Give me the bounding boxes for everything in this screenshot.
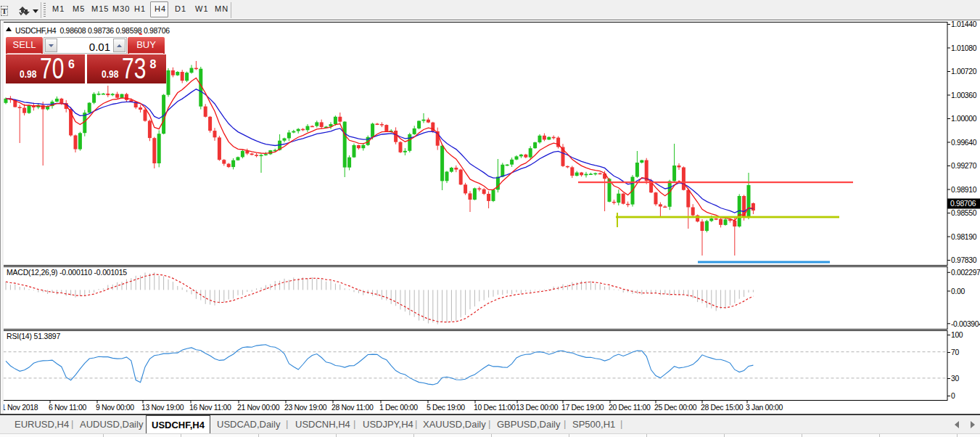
svg-text:0.002297: 0.002297 bbox=[951, 269, 980, 277]
svg-text:100: 100 bbox=[951, 331, 963, 339]
svg-text:0.98190: 0.98190 bbox=[951, 233, 977, 241]
svg-text:13 Nov 19:00: 13 Nov 19:00 bbox=[141, 403, 184, 412]
svg-text:1.01440: 1.01440 bbox=[951, 20, 977, 28]
svg-text:0.98706: 0.98706 bbox=[950, 200, 976, 208]
svg-text:20 Dec 11:00: 20 Dec 11:00 bbox=[609, 403, 651, 412]
svg-text:1 Nov 2018: 1 Nov 2018 bbox=[1, 403, 38, 412]
svg-text:9 Nov 00:00: 9 Nov 00:00 bbox=[96, 403, 134, 412]
svg-text:17 Dec 19:00: 17 Dec 19:00 bbox=[561, 403, 604, 412]
svg-text:0.99640: 0.99640 bbox=[951, 139, 977, 147]
svg-text:1.01080: 1.01080 bbox=[951, 44, 977, 52]
svg-text:5 Dec 19:00: 5 Dec 19:00 bbox=[427, 403, 465, 412]
svg-text:28 Nov 11:00: 28 Nov 11:00 bbox=[332, 403, 374, 412]
svg-text:0.99270: 0.99270 bbox=[951, 162, 977, 170]
svg-text:MACD(12,26,9) -0.000110 -0.001: MACD(12,26,9) -0.000110 -0.001015 bbox=[7, 268, 127, 277]
svg-text:70: 70 bbox=[951, 348, 959, 356]
svg-text:-0.003904: -0.003904 bbox=[951, 320, 980, 328]
svg-text:3 Jan 00:00: 3 Jan 00:00 bbox=[746, 403, 783, 412]
svg-text:28 Dec 15:00: 28 Dec 15:00 bbox=[701, 403, 744, 412]
svg-text:0: 0 bbox=[951, 392, 955, 400]
svg-text:0.98550: 0.98550 bbox=[951, 209, 977, 217]
svg-text:1.00720: 1.00720 bbox=[951, 68, 977, 75]
svg-text:0.98910: 0.98910 bbox=[951, 186, 977, 194]
svg-text:1.00360: 1.00360 bbox=[951, 91, 977, 99]
svg-text:0.97830: 0.97830 bbox=[951, 256, 977, 264]
svg-text:23 Nov 19:00: 23 Nov 19:00 bbox=[284, 403, 327, 412]
svg-text:16 Nov 11:00: 16 Nov 11:00 bbox=[189, 403, 231, 412]
svg-text:25 Dec 00:00: 25 Dec 00:00 bbox=[654, 403, 697, 412]
svg-text:RSI(14) 51.3897: RSI(14) 51.3897 bbox=[7, 332, 60, 340]
svg-text:10 Dec 11:00: 10 Dec 11:00 bbox=[474, 403, 516, 412]
svg-text:13 Dec 00:00: 13 Dec 00:00 bbox=[516, 403, 559, 412]
svg-text:1 Dec 00:00: 1 Dec 00:00 bbox=[379, 403, 418, 412]
svg-text:6 Nov 11:00: 6 Nov 11:00 bbox=[49, 403, 87, 412]
svg-text:0.00: 0.00 bbox=[951, 287, 965, 295]
svg-text:1.00000: 1.00000 bbox=[951, 115, 977, 123]
svg-text:21 Nov 00:00: 21 Nov 00:00 bbox=[237, 403, 280, 412]
svg-text:30: 30 bbox=[951, 375, 959, 383]
